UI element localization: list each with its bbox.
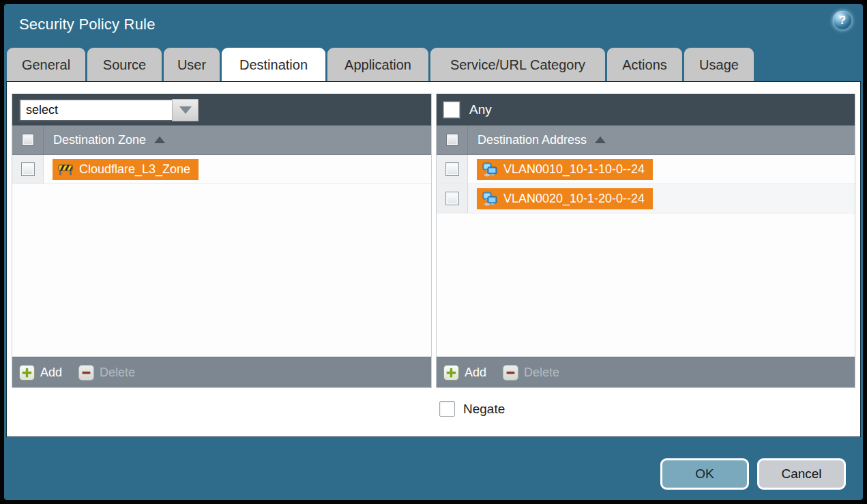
address-icon	[482, 162, 497, 177]
zone-list: Cloudflare_L3_Zone	[12, 155, 431, 357]
titlebar: Security Policy Rule ?	[4, 4, 863, 48]
zone-select-all-checkbox[interactable]	[22, 134, 34, 146]
add-button-label: Add	[465, 366, 486, 380]
negate-control: Negate	[439, 401, 505, 417]
any-checkbox-label[interactable]: Any	[469, 102, 492, 117]
row-checkbox[interactable]	[445, 162, 459, 176]
add-icon	[19, 365, 35, 381]
address-panel-toolbar: Any	[437, 94, 855, 125]
add-address-button[interactable]: Add	[443, 365, 486, 381]
ok-button[interactable]: OK	[660, 458, 749, 490]
tab-destination[interactable]: Destination	[222, 48, 325, 82]
tab-service-url-category[interactable]: Service/URL Category	[430, 48, 605, 82]
table-row: Cloudflare_L3_Zone	[12, 155, 431, 184]
address-column-title[interactable]: Destination Address	[477, 133, 587, 147]
add-zone-button[interactable]: Add	[19, 365, 62, 381]
destination-tab-content: Destination Zone	[7, 82, 860, 436]
tab-usage[interactable]: Usage	[684, 48, 754, 82]
delete-zone-button[interactable]: Delete	[78, 365, 135, 381]
delete-icon	[78, 365, 94, 381]
address-select-all-cell	[437, 125, 468, 154]
tab-actions[interactable]: Actions	[607, 48, 682, 82]
address-label: VLAN0010_10-1-10-0--24	[503, 162, 645, 177]
address-panel-actions: Add Delete	[437, 357, 855, 387]
table-row: VLAN0020_10-1-20-0--24	[437, 184, 855, 213]
destination-zone-panel: Destination Zone	[12, 94, 431, 387]
any-checkbox[interactable]	[443, 102, 460, 118]
zone-column-header: Destination Zone	[12, 125, 431, 155]
tab-user[interactable]: User	[164, 48, 220, 82]
negate-checkbox-label[interactable]: Negate	[463, 402, 505, 417]
zone-panel-actions: Add Delete	[12, 357, 431, 387]
delete-button-label: Delete	[100, 366, 135, 380]
row-checkbox[interactable]	[21, 162, 35, 176]
dialog-frame: Security Policy Rule ? General Source Us…	[0, 0, 867, 504]
address-icon	[482, 191, 497, 206]
zone-icon	[58, 162, 73, 177]
address-chip[interactable]: VLAN0010_10-1-10-0--24	[477, 159, 653, 180]
address-column-header: Destination Address	[437, 125, 855, 155]
zone-select-dropdown-button[interactable]	[172, 99, 199, 121]
address-select-all-checkbox[interactable]	[446, 134, 458, 146]
tab-general[interactable]: General	[7, 48, 85, 82]
row-checkbox-cell	[12, 155, 44, 183]
delete-button-label: Delete	[524, 366, 559, 380]
address-label: VLAN0020_10-1-20-0--24	[503, 192, 645, 206]
zone-chip[interactable]: Cloudflare_L3_Zone	[53, 159, 199, 180]
cancel-button[interactable]: Cancel	[757, 458, 846, 490]
table-row: VLAN0010_10-1-10-0--24	[437, 155, 855, 184]
security-policy-rule-dialog: Security Policy Rule ? General Source Us…	[4, 4, 863, 500]
tab-source[interactable]: Source	[87, 48, 162, 82]
zone-select-combo	[19, 99, 199, 121]
address-chip[interactable]: VLAN0020_10-1-20-0--24	[477, 188, 653, 209]
zone-label: Cloudflare_L3_Zone	[79, 162, 190, 177]
delete-icon	[503, 365, 518, 381]
chevron-down-icon	[179, 106, 192, 114]
zone-select-all-cell	[12, 125, 44, 154]
zone-column-title[interactable]: Destination Zone	[53, 133, 146, 147]
tab-application[interactable]: Application	[327, 48, 428, 82]
row-checkbox-cell	[437, 184, 468, 213]
zone-select-input[interactable]	[19, 99, 172, 121]
address-list: VLAN0010_10-1-10-0--24	[437, 155, 855, 357]
delete-address-button[interactable]: Delete	[503, 365, 559, 381]
row-checkbox[interactable]	[445, 192, 459, 205]
add-button-label: Add	[40, 366, 62, 380]
add-icon	[443, 365, 459, 381]
sort-ascending-icon[interactable]	[595, 136, 606, 143]
sort-ascending-icon[interactable]	[154, 136, 165, 143]
row-checkbox-cell	[437, 155, 468, 183]
tab-bar: General Source User Destination Applicat…	[7, 48, 756, 82]
zone-panel-toolbar	[12, 94, 431, 125]
help-icon[interactable]: ?	[833, 11, 852, 30]
destination-address-panel: Any Destination Address	[437, 94, 855, 387]
page-title: Security Policy Rule	[19, 16, 156, 33]
negate-checkbox[interactable]	[439, 401, 455, 417]
